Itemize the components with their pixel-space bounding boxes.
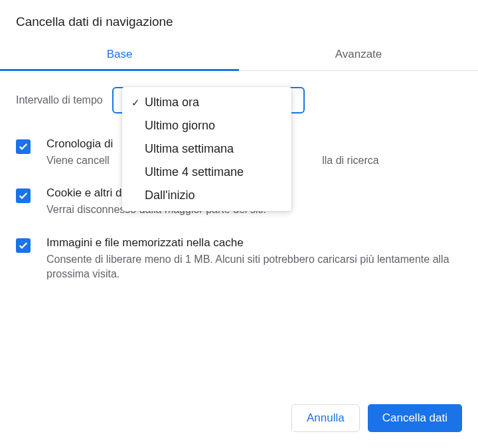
clear-browsing-data-dialog: Cancella dati di navigazione Base Avanza… (0, 0, 478, 282)
dropdown-item-all-time[interactable]: Dall'inizio (122, 184, 291, 207)
check-icon (18, 141, 29, 152)
history-checkbox[interactable] (16, 139, 31, 154)
check-icon (18, 190, 29, 201)
dialog-title: Cancella dati di navigazione (0, 0, 478, 38)
dropdown-item-last-4-weeks[interactable]: Ultime 4 settimane (122, 161, 291, 184)
tab-advanced[interactable]: Avanzate (239, 38, 478, 70)
cache-text: Immagini e file memorizzati nella cache … (46, 236, 462, 282)
history-desc-post: lla di ricerca (322, 155, 378, 166)
history-desc-pre: Viene cancell (46, 155, 110, 166)
tabs: Base Avanzate (0, 38, 478, 71)
cancel-button-label: Annulla (307, 411, 345, 424)
dropdown-item-last-week[interactable]: Ultima settimana (122, 137, 291, 161)
dropdown-item-last-hour[interactable]: ✓ Ultima ora (122, 91, 291, 114)
clear-data-button[interactable]: Cancella dati (368, 404, 462, 432)
dropdown-item-label: Ultime 4 settimane (145, 165, 244, 179)
dropdown-item-last-day[interactable]: Ultimo giorno (122, 114, 291, 137)
cache-title: Immagini e file memorizzati nella cache (46, 236, 462, 250)
cache-desc: Consente di liberare meno di 1 MB. Alcun… (46, 252, 462, 282)
tab-base-label: Base (107, 48, 133, 60)
cookies-checkbox[interactable] (16, 188, 31, 203)
dropdown-item-label: Ultimo giorno (145, 119, 215, 133)
tab-base[interactable]: Base (0, 38, 239, 70)
tab-advanced-label: Avanzate (335, 48, 382, 60)
clear-data-button-label: Cancella dati (382, 411, 447, 424)
check-mark-icon: ✓ (131, 97, 145, 109)
cancel-button[interactable]: Annulla (291, 404, 360, 432)
dialog-footer: Annulla Cancella dati (291, 404, 462, 432)
dropdown-item-label: Dall'inizio (145, 188, 195, 202)
dropdown-item-label: Ultima ora (145, 96, 199, 110)
time-range-label: Intervallo di tempo (16, 94, 103, 106)
time-range-dropdown: ✓ Ultima ora Ultimo giorno Ultima settim… (122, 87, 291, 211)
check-icon (18, 240, 29, 251)
option-cache: Immagini e file memorizzati nella cache … (16, 236, 462, 282)
cache-checkbox[interactable] (16, 238, 31, 253)
dropdown-item-label: Ultima settimana (145, 142, 234, 156)
